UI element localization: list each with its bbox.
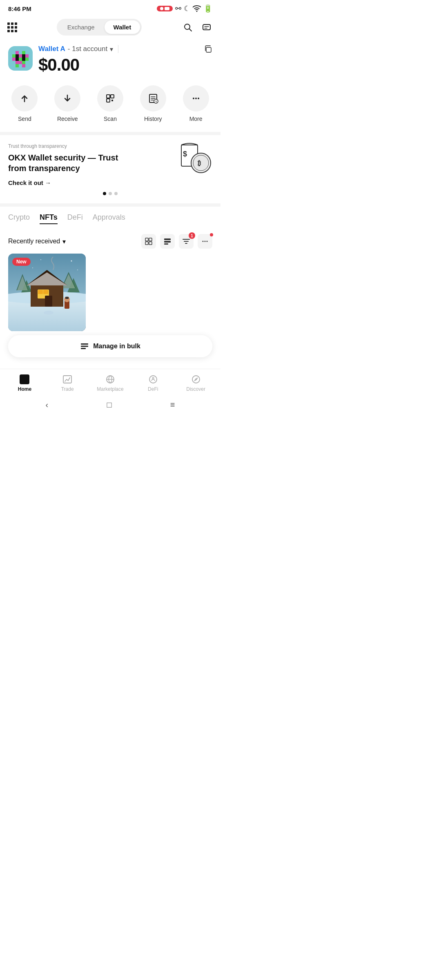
recording-indicator xyxy=(157,6,173,11)
promo-dots xyxy=(8,186,212,199)
svg-rect-5 xyxy=(22,51,25,54)
svg-point-36 xyxy=(193,155,209,171)
exchange-tab[interactable]: Exchange xyxy=(58,20,104,34)
more-button[interactable]: More xyxy=(180,85,212,122)
svg-rect-42 xyxy=(164,238,171,240)
svg-rect-75 xyxy=(81,348,86,349)
filter-actions: 1 xyxy=(141,234,212,249)
message-button[interactable] xyxy=(200,21,213,34)
wallet-header: Wallet A - 1st account ▾ $0.00 xyxy=(0,40,220,81)
promo-title: OKX Wallet security — Trust from transpa… xyxy=(8,152,122,174)
defi-nav-item[interactable]: DeFi xyxy=(137,374,169,392)
divider xyxy=(118,45,118,53)
filter-badge: 1 xyxy=(189,232,195,239)
nft-card-container: New xyxy=(8,254,212,331)
svg-rect-67 xyxy=(65,297,69,299)
marketplace-nav-icon xyxy=(105,374,116,385)
trade-nav-label: Trade xyxy=(61,386,74,392)
top-nav: Exchange Wallet xyxy=(0,16,220,40)
bottom-nav: Home Trade Marketplace xyxy=(0,369,220,395)
svg-rect-41 xyxy=(149,242,152,245)
send-icon-circle xyxy=(11,85,38,111)
nfts-tab[interactable]: NFTs xyxy=(40,213,58,224)
back-button[interactable]: ‹ xyxy=(46,400,49,410)
bluetooth-icon: ⚯ xyxy=(175,4,181,13)
defi-nav-label: DeFi xyxy=(148,386,158,392)
menu-sys-button[interactable]: ≡ xyxy=(170,400,175,410)
history-button[interactable]: History xyxy=(137,85,169,122)
svg-rect-26 xyxy=(107,99,110,102)
account-dropdown-icon[interactable]: ▾ xyxy=(110,45,113,53)
history-label: History xyxy=(144,116,162,122)
svg-rect-38 xyxy=(145,238,148,241)
list-view-button[interactable] xyxy=(160,234,175,249)
defi-nav-icon xyxy=(148,374,158,385)
svg-rect-74 xyxy=(81,346,88,347)
section-divider xyxy=(0,132,220,135)
svg-rect-11 xyxy=(12,58,16,61)
nft-new-badge: New xyxy=(12,258,31,266)
nft-card[interactable]: New xyxy=(8,254,86,331)
svg-rect-39 xyxy=(149,238,152,241)
moon-icon: ☾ xyxy=(184,4,190,13)
svg-point-70 xyxy=(71,261,72,262)
home-nav-item[interactable]: Home xyxy=(8,374,41,392)
marketplace-nav-item[interactable]: Marketplace xyxy=(94,374,127,392)
svg-rect-16 xyxy=(16,61,19,64)
svg-rect-61 xyxy=(38,290,43,294)
svg-line-1 xyxy=(189,29,192,31)
grid-view-button[interactable] xyxy=(141,234,156,249)
copy-address-icon[interactable] xyxy=(203,45,212,53)
svg-rect-20 xyxy=(22,64,25,67)
scan-button[interactable]: Scan xyxy=(94,85,127,122)
approvals-tab[interactable]: Approvals xyxy=(93,213,125,224)
trade-nav-item[interactable]: Trade xyxy=(51,374,84,392)
svg-rect-15 xyxy=(25,58,29,61)
crypto-tab[interactable]: Crypto xyxy=(8,213,30,224)
promo-dot-1 xyxy=(103,192,106,195)
nft-more-options-button[interactable] xyxy=(198,234,212,249)
promo-banner: Trust through transparency OKX Wallet se… xyxy=(0,135,220,203)
wallet-account: - 1st account xyxy=(68,45,107,53)
svg-point-81 xyxy=(195,379,196,380)
search-button[interactable] xyxy=(181,21,194,34)
home-sys-button[interactable]: □ xyxy=(107,400,111,410)
status-icons: ⚯ ☾ 🔋 xyxy=(157,4,212,13)
svg-rect-12 xyxy=(16,58,19,61)
svg-rect-40 xyxy=(145,242,148,245)
avatar[interactable] xyxy=(8,46,33,71)
svg-point-45 xyxy=(203,241,204,242)
sort-selector[interactable]: Recently received ▾ xyxy=(8,238,66,245)
defi-tab[interactable]: DeFi xyxy=(67,213,83,224)
receive-label: Receive xyxy=(57,116,78,122)
svg-rect-17 xyxy=(19,61,22,64)
discover-nav-label: Discover xyxy=(186,386,205,392)
svg-rect-10 xyxy=(25,54,29,58)
wallet-tab[interactable]: Wallet xyxy=(105,20,140,34)
svg-rect-21 xyxy=(206,47,211,52)
svg-text:₿: ₿ xyxy=(198,160,201,167)
tabs-row: Crypto NFTs DeFi Approvals xyxy=(8,213,212,224)
svg-rect-4 xyxy=(16,51,19,54)
send-button[interactable]: Send xyxy=(8,85,41,122)
asset-tabs: Crypto NFTs DeFi Approvals xyxy=(0,207,220,224)
receive-icon-circle xyxy=(54,85,80,111)
discover-nav-icon xyxy=(191,374,201,385)
receive-button[interactable]: Receive xyxy=(51,85,84,122)
svg-rect-8 xyxy=(19,54,22,58)
grid-menu-icon[interactable] xyxy=(7,22,17,32)
manage-bulk-button[interactable]: Manage in bulk xyxy=(8,335,212,357)
action-buttons: Send Receive Scan xyxy=(0,81,220,132)
nft-section: New xyxy=(0,254,220,364)
svg-rect-27 xyxy=(111,100,113,101)
promo-link[interactable]: Check it out → xyxy=(8,179,212,186)
wallet-name-row: Wallet A - 1st account ▾ xyxy=(38,45,212,53)
promo-illustration: $ ₿ xyxy=(177,142,214,178)
more-icon-circle xyxy=(183,85,209,111)
filter-button[interactable]: 1 xyxy=(179,234,194,249)
section-divider-2 xyxy=(0,203,220,207)
svg-rect-73 xyxy=(81,343,88,345)
discover-nav-item[interactable]: Discover xyxy=(180,374,212,392)
wallet-balance: $0.00 xyxy=(38,55,212,75)
svg-point-46 xyxy=(205,241,206,242)
